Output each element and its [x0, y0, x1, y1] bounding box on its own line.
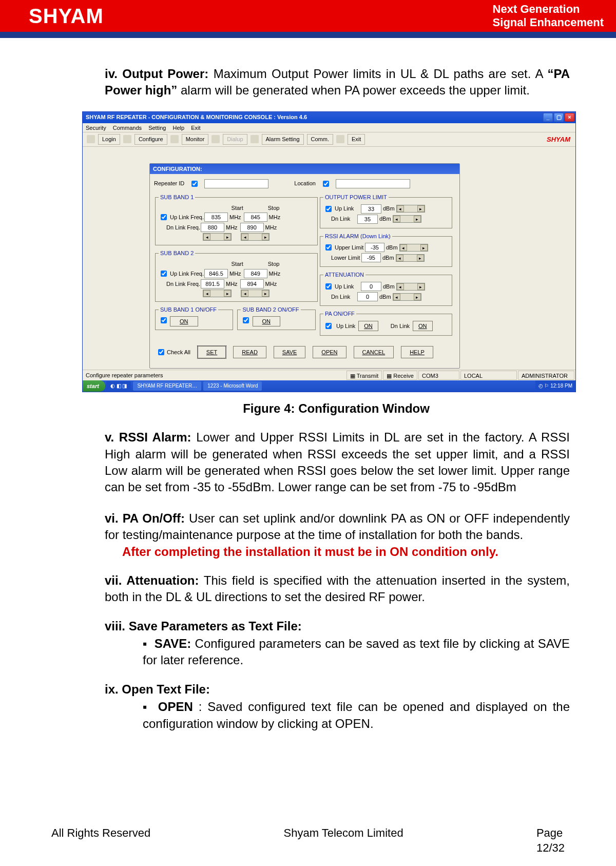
pa-up-button[interactable]: ON [358, 321, 378, 331]
pa-checkbox[interactable] [325, 323, 332, 329]
pa-dn-label: Dn Link [391, 322, 410, 330]
atten-up-slider[interactable]: ◂▸ [396, 283, 425, 291]
opl-dn-slider[interactable]: ◂▸ [393, 215, 421, 223]
rssi-lower-input[interactable] [361, 253, 381, 262]
set-button[interactable]: SET [198, 346, 226, 358]
repeater-id-checkbox[interactable] [191, 181, 198, 187]
open-button[interactable]: OPEN [313, 346, 346, 358]
configure-button[interactable]: Configure [134, 134, 167, 145]
pa-dn-button[interactable]: ON [413, 321, 433, 331]
sb1-dn-start[interactable] [201, 223, 224, 232]
opl-up-label: Up Link [335, 205, 359, 213]
pa-onoff-legend: PA ON/OFF [323, 310, 356, 318]
location-label: Location [294, 180, 316, 187]
atten-checkbox[interactable] [325, 283, 332, 290]
task-tab-2[interactable]: 1223 - Microsoft Word [203, 381, 262, 391]
panel-title: CONFIGURATION: [150, 164, 459, 174]
close-button[interactable]: × [565, 113, 574, 122]
tagline: Next Generation Signal Enhancement [493, 3, 604, 30]
location-checkbox[interactable] [323, 181, 329, 187]
read-button[interactable]: READ [233, 346, 266, 358]
comm-button[interactable]: Comm. [307, 134, 333, 145]
status-receive: ▦ Receive [383, 371, 417, 380]
key-icon [123, 135, 131, 143]
sb1-onoff-legend: SUB BAND 1 ON/OFF [159, 306, 218, 314]
sb1-onoff-button[interactable]: ON [170, 316, 198, 326]
help-button[interactable]: HELP [401, 346, 433, 358]
repeater-id-label: Repeater ID [154, 180, 184, 187]
opl-up-slider[interactable]: ◂▸ [396, 205, 425, 213]
sb2-unit4: MHz [265, 280, 277, 288]
sb2-up-start[interactable] [204, 269, 228, 278]
sb1-start-slider[interactable]: ◂▸ [203, 233, 232, 241]
rssi-checkbox[interactable] [325, 244, 332, 251]
rssi-lower-slider[interactable]: ◂▸ [396, 254, 425, 262]
attenuation-group: ATTENUATION Up Link dBm ◂▸ Dn Link [320, 271, 452, 306]
sb2-onoff-button[interactable]: ON [253, 316, 281, 326]
atten-dn-slider[interactable]: ◂▸ [393, 293, 421, 301]
opl-up-input[interactable] [361, 204, 381, 214]
section-v-marker: v. RSSI Alarm: [105, 430, 191, 444]
quicklaunch-icons[interactable]: ◐ ◧ ◨ [106, 381, 131, 391]
menu-help[interactable]: Help [172, 125, 184, 131]
dialup-button[interactable]: Dialup [223, 134, 247, 145]
sb1-onoff-checkbox[interactable] [161, 317, 167, 323]
opl-dn-input[interactable] [357, 215, 378, 224]
status-com: COM3 [418, 371, 459, 380]
atten-dn-input[interactable] [357, 292, 378, 301]
atten-up-input[interactable] [361, 282, 381, 291]
maximize-button[interactable]: ▢ [554, 113, 564, 122]
section-ix-bullet-text: : Saved configured text file can be open… [143, 700, 570, 730]
rssi-group: RSSI ALARM (Down Link) Upper Limit dBm ◂… [320, 233, 452, 267]
task-tab-1[interactable]: SHYAM RF REPEATER… [133, 381, 201, 391]
rssi-upper-input[interactable] [365, 243, 384, 252]
rssi-upper-label: Upper Limit [335, 244, 363, 252]
cancel-button[interactable]: CANCEL [354, 346, 394, 358]
tagline-line2: Signal Enhancement [493, 16, 604, 29]
section-vi-red: After completing the installation it mus… [122, 544, 498, 560]
monitor-icon [211, 135, 220, 143]
save-button[interactable]: SAVE [274, 346, 306, 358]
sub-band-2-legend: SUB BAND 2 [159, 249, 195, 257]
check-all-checkbox[interactable] [158, 349, 164, 355]
sb1-dn-stop[interactable] [240, 223, 264, 232]
sb1-up-stop[interactable] [244, 213, 267, 222]
alarm-setting-button[interactable]: Alarm Setting [262, 134, 304, 145]
sb1-stop-slider[interactable]: ◂▸ [241, 233, 270, 241]
atten-dn-dbm: dBm [379, 293, 391, 301]
status-bar: Configure repeater parameters ▦ Transmit… [83, 370, 575, 380]
sb1-checkbox[interactable] [161, 214, 167, 220]
section-viii: viii. Save Parameters as Text File: [105, 618, 570, 634]
atten-dn-label: Dn Link [331, 293, 356, 301]
opl-checkbox[interactable] [325, 206, 332, 212]
footer-right: Page12/32 [536, 825, 565, 856]
menu-security[interactable]: Security [86, 125, 106, 131]
sb2-start-slider[interactable]: ◂▸ [203, 290, 232, 297]
system-tray[interactable]: ◴ ⚐ 12:18 PM [535, 380, 575, 392]
sb2-checkbox[interactable] [161, 271, 167, 277]
menu-exit[interactable]: Exit [191, 125, 200, 131]
menu-commands[interactable]: Commands [113, 125, 142, 131]
repeater-id-input[interactable] [204, 179, 268, 188]
rssi-upper-slider[interactable]: ◂▸ [399, 244, 428, 252]
location-input[interactable] [336, 179, 410, 188]
sb2-up-stop[interactable] [244, 269, 267, 278]
globe-icon [87, 135, 95, 143]
sb2-uplink-label: Up Link Freq. [170, 270, 203, 278]
toolbar: Login Configure Monitor Dialup Alarm Set… [83, 132, 575, 147]
sb2-onoff-checkbox[interactable] [243, 317, 249, 323]
start-button[interactable]: start [83, 380, 105, 392]
section-viii-bullet: ▪ SAVE: Configured parameters can be sav… [143, 636, 570, 669]
sb2-stop-slider[interactable]: ◂▸ [241, 290, 270, 297]
section-iv-text2: alarm will be generated when PA power ex… [181, 83, 530, 97]
section-ix-bullet-label: OPEN [158, 700, 193, 714]
minimize-button[interactable]: _ [543, 113, 553, 122]
monitor-button[interactable]: Monitor [182, 134, 209, 145]
sb2-dn-stop[interactable] [240, 279, 264, 288]
comm-icon [336, 135, 344, 143]
sb1-up-start[interactable] [204, 213, 228, 222]
sb2-dn-start[interactable] [201, 279, 224, 288]
menu-setting[interactable]: Setting [148, 125, 166, 131]
exit-toolbar-button[interactable]: Exit [348, 134, 365, 145]
login-button[interactable]: Login [98, 134, 120, 145]
